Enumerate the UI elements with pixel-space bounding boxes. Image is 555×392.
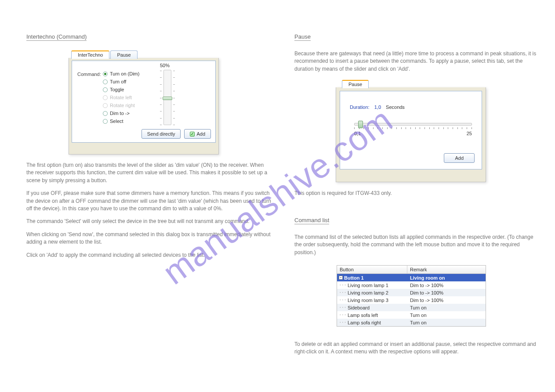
tree-connector-icon: ···: [339, 290, 346, 295]
body-para-right-1: Because there are gateways that need (a …: [294, 50, 540, 73]
tree-expander-icon[interactable]: -: [339, 276, 343, 280]
radio-rotate-right-label: Rotate right: [110, 103, 135, 108]
body-para-left-3: The commando 'Select' will only select t…: [26, 218, 272, 225]
pause-dialog: Pause Duration: 1,0 Seconds 0,1: [336, 80, 486, 175]
section-heading-intertechno: Intertechno (Command): [26, 33, 87, 41]
pause-slider-thumb[interactable]: [358, 121, 363, 128]
radio-toggle[interactable]: Toggle: [103, 86, 139, 94]
radio-turn-on[interactable]: Turn on (Dim): [103, 70, 139, 78]
tab-intertechno[interactable]: InterTechno: [71, 50, 109, 59]
command-label: Command:: [77, 72, 101, 77]
tree-connector-icon: ···: [339, 282, 346, 288]
table-row[interactable]: -Button 1Living room on: [337, 274, 486, 281]
row-button-label: Living room lamp 3: [348, 298, 388, 303]
row-button-label: Living room lamp 1: [348, 283, 388, 288]
send-directly-button[interactable]: Send directly: [141, 129, 181, 139]
add-button-2[interactable]: Add: [444, 153, 475, 163]
body-para-left-1: The first option (turn on) also transmit…: [26, 162, 272, 184]
radio-rotate-left-label: Rotate left: [110, 95, 132, 100]
body-para-right-3: The command list of the selected button …: [294, 234, 540, 256]
row-remark-label: Living room on: [407, 275, 486, 281]
row-button-label: Button 1: [344, 275, 364, 281]
table-header: Button Remark: [337, 266, 486, 274]
duration-row: Duration: 1,0 Seconds: [350, 104, 405, 110]
slider-min-label: 0,1: [354, 131, 361, 136]
pause-slider[interactable]: [354, 123, 472, 126]
body-para-left-4: When clicking on 'Send now', the command…: [26, 231, 272, 246]
row-button-label: Sideboard: [348, 305, 370, 310]
row-remark-label: Turn on: [407, 305, 486, 310]
body-para-left-5: Click on 'Add' to apply the command incl…: [26, 252, 272, 259]
slider-ticks-left: [160, 71, 162, 125]
row-button-label: Lamp sofa left: [348, 313, 378, 318]
add-button-1[interactable]: ✓Add: [184, 129, 211, 139]
table-row[interactable]: ···SideboardTurn on: [337, 304, 486, 311]
radio-select-label: Select: [110, 119, 123, 124]
radio-rotate-right: Rotate right: [103, 101, 139, 109]
duration-label: Duration:: [350, 104, 370, 110]
body-para-right-4: To delete or edit an applied command or …: [294, 341, 540, 356]
table-row[interactable]: ···Lamp sofa leftTurn on: [337, 311, 486, 319]
pause-slider-ticks: [354, 127, 472, 130]
slider-ticks-right: [173, 71, 175, 125]
intertechno-dialog: InterTechno Pause Command: Turn on (Dim)…: [69, 50, 219, 147]
add-label-2: Add: [455, 155, 464, 161]
command-list-table: Button Remark -Button 1Living room on ··…: [337, 265, 486, 327]
col-button: Button: [337, 266, 407, 273]
tree-connector-icon: ···: [339, 312, 346, 318]
row-remark-label: Dim to -> 100%: [407, 290, 486, 295]
slider-percent-label: 50%: [160, 63, 170, 68]
table-row[interactable]: ···Lamp sofa rightTurn on: [337, 319, 486, 326]
check-icon: ✓: [190, 132, 195, 137]
section-heading-pause: Pause: [294, 33, 311, 41]
radio-select[interactable]: Select: [103, 117, 139, 125]
radio-toggle-label: Toggle: [110, 87, 124, 92]
tree-connector-icon: ···: [339, 297, 346, 303]
radio-dim-to[interactable]: Dim to ->: [103, 109, 139, 117]
dim-slider[interactable]: [163, 70, 171, 125]
radio-turn-off[interactable]: Turn off: [103, 78, 139, 86]
dim-slider-thumb[interactable]: [163, 97, 172, 100]
table-row[interactable]: ···Living room lamp 1Dim to -> 100%: [337, 281, 486, 289]
row-remark-label: Turn on: [407, 313, 486, 318]
tab-pause-1[interactable]: Pause: [110, 50, 137, 59]
body-para-left-2: If you use OFF, please make sure that so…: [26, 190, 272, 212]
tree-connector-icon: ···: [339, 305, 346, 310]
radio-turn-on-label: Turn on (Dim): [110, 71, 139, 76]
radio-rotate-left: Rotate left: [103, 94, 139, 101]
row-remark-label: Turn on: [407, 320, 486, 325]
add-label-1: Add: [196, 131, 205, 137]
duration-unit: Seconds: [386, 104, 405, 110]
col-remark: Remark: [407, 266, 486, 273]
radio-turn-off-label: Turn off: [110, 79, 126, 84]
tree-connector-icon: ···: [339, 320, 346, 325]
tab-pause-2[interactable]: Pause: [342, 80, 369, 88]
body-para-right-2: This option is required for ITGW-433 onl…: [294, 190, 540, 197]
row-remark-label: Dim to -> 100%: [407, 283, 486, 288]
section-heading-command-list: Command list: [294, 217, 329, 224]
command-options: Turn on (Dim) Turn off Toggle Rotate lef…: [103, 70, 139, 125]
row-button-label: Lamp sofa right: [348, 320, 381, 325]
row-remark-label: Dim to -> 100%: [407, 298, 486, 303]
slider-max-label: 25: [467, 131, 472, 136]
table-row[interactable]: ···Living room lamp 2Dim to -> 100%: [337, 289, 486, 296]
table-row[interactable]: ···Living room lamp 3Dim to -> 100%: [337, 296, 486, 304]
duration-value: 1,0: [374, 104, 381, 110]
send-directly-label: Send directly: [147, 131, 175, 137]
row-button-label: Living room lamp 2: [348, 290, 388, 295]
radio-dim-to-label: Dim to ->: [110, 111, 130, 116]
